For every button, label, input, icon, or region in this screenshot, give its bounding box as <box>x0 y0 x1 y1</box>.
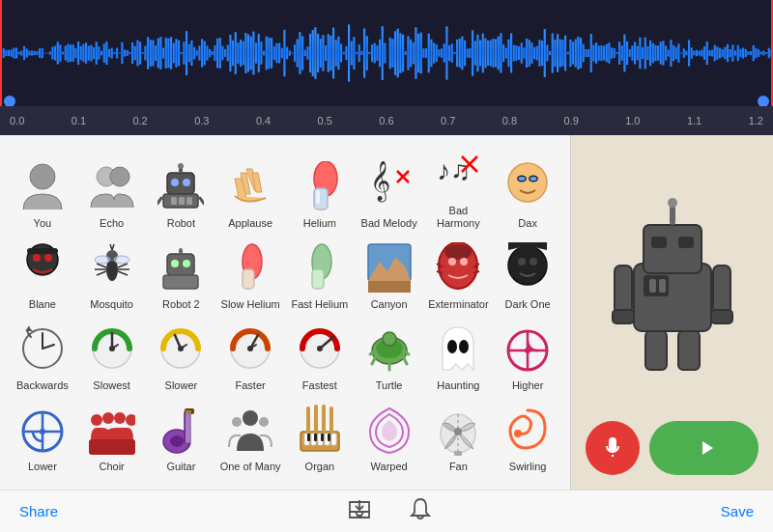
record-button[interactable] <box>586 421 640 475</box>
timeline-markers: 0.0 0.1 0.2 0.3 0.4 0.5 0.6 0.7 0.8 0.9 … <box>10 115 763 126</box>
effect-mosquito-label: Mosquito <box>90 298 133 311</box>
effect-helium-label: Helium <box>303 217 336 230</box>
effect-choir[interactable]: Choir <box>79 400 145 477</box>
share-label: Share <box>19 503 58 519</box>
effect-fastest[interactable]: Fastest <box>287 319 353 396</box>
svg-point-4 <box>171 179 179 186</box>
share-button[interactable]: Share <box>19 503 58 519</box>
play-icon <box>695 436 718 460</box>
save-label: Save <box>721 503 754 519</box>
svg-point-102 <box>114 412 126 424</box>
svg-text:𝄞: 𝄞 <box>370 161 390 203</box>
svg-rect-49 <box>179 248 183 254</box>
svg-line-13 <box>200 198 204 204</box>
effect-bad-melody[interactable]: 𝄞 Bad Melody <box>357 145 422 234</box>
effect-haunting[interactable]: Haunting <box>426 319 492 396</box>
main-content: You Echo <box>0 135 773 490</box>
save-button[interactable]: Save <box>721 503 754 519</box>
effect-organ[interactable]: Organ <box>287 400 353 477</box>
effects-panel: You Echo <box>0 135 570 490</box>
effect-blane[interactable]: Blane <box>10 238 75 315</box>
effect-fan[interactable]: Fan <box>426 400 492 477</box>
svg-point-99 <box>40 429 45 434</box>
effect-exterminator[interactable]: Exterminator <box>426 238 492 315</box>
svg-point-68 <box>518 258 526 266</box>
effect-echo[interactable]: Echo <box>79 145 145 234</box>
effect-dark-one[interactable]: Dark One <box>495 238 560 315</box>
microphone-icon <box>601 436 624 460</box>
svg-line-44 <box>112 244 114 250</box>
effect-fast-helium[interactable]: Fast Helium <box>287 238 353 315</box>
svg-point-2 <box>110 167 129 186</box>
effect-higher[interactable]: Higher <box>495 319 560 396</box>
effect-exterminator-label: Exterminator <box>428 298 488 311</box>
svg-rect-58 <box>368 281 411 293</box>
effect-lower[interactable]: Lower <box>10 400 75 477</box>
svg-rect-148 <box>678 331 700 370</box>
effect-slow-helium-label: Slow Helium <box>221 298 280 311</box>
svg-point-69 <box>530 258 537 266</box>
controls-row <box>586 421 759 475</box>
effect-slower[interactable]: Slower <box>149 319 215 396</box>
effect-dark-one-label: Dark One <box>505 298 551 311</box>
svg-point-0 <box>30 164 55 189</box>
play-button[interactable] <box>649 421 759 475</box>
effect-robot[interactable]: Robot <box>149 145 215 234</box>
svg-line-12 <box>157 198 161 204</box>
svg-point-31 <box>44 254 52 262</box>
svg-point-62 <box>460 258 468 266</box>
effect-backwards-label: Backwards <box>16 379 69 392</box>
svg-rect-32 <box>27 248 58 254</box>
effect-applause-label: Applause <box>228 217 272 230</box>
effect-organ-label: Organ <box>305 461 335 473</box>
effect-haunting-label: Haunting <box>437 379 479 392</box>
svg-point-60 <box>444 244 472 260</box>
svg-point-47 <box>183 260 190 267</box>
svg-point-114 <box>259 417 269 427</box>
effect-you[interactable]: You <box>10 145 75 234</box>
effect-robot-label: Robot <box>167 217 195 230</box>
effect-applause[interactable]: Applause <box>217 145 283 234</box>
effect-helium[interactable]: Helium <box>287 145 353 234</box>
effect-slowest[interactable]: Slowest <box>79 319 145 396</box>
effect-swirling[interactable]: Swirling <box>495 400 560 477</box>
svg-point-106 <box>170 435 184 447</box>
svg-rect-141 <box>649 279 656 293</box>
effect-dax-label: Dax <box>518 217 537 230</box>
svg-rect-108 <box>185 408 194 414</box>
effect-warped[interactable]: Warped <box>357 400 422 477</box>
effect-turtle[interactable]: Turtle <box>357 319 422 396</box>
effect-dax[interactable]: Dax <box>495 145 560 234</box>
effect-robot2[interactable]: Robot 2 <box>149 238 215 315</box>
effect-swirling-label: Swirling <box>509 461 547 473</box>
waveform-display <box>0 0 773 106</box>
svg-line-85 <box>372 356 376 364</box>
svg-point-27 <box>519 177 526 181</box>
effect-backwards[interactable]: Backwards <box>10 319 75 396</box>
effect-mosquito[interactable]: Mosquito <box>79 238 145 315</box>
effect-bad-melody-label: Bad Melody <box>361 217 417 230</box>
effect-guitar[interactable]: Guitar <box>149 400 215 477</box>
svg-point-91 <box>459 340 469 353</box>
effect-one-of-many[interactable]: One of Many <box>217 400 283 477</box>
svg-point-46 <box>171 260 179 267</box>
effect-guitar-label: Guitar <box>166 461 195 473</box>
timeline: 0.0 0.1 0.2 0.3 0.4 0.5 0.6 0.7 0.8 0.9 … <box>0 106 773 135</box>
effect-turtle-label: Turtle <box>376 379 403 392</box>
svg-rect-132 <box>454 451 462 456</box>
effect-bad-harmony[interactable]: ♪♫ Bad Harmony <box>426 145 492 234</box>
inbox-button[interactable] <box>348 497 371 525</box>
effect-fast-helium-label: Fast Helium <box>292 298 349 311</box>
svg-line-37 <box>97 271 106 275</box>
notification-button[interactable] <box>410 497 431 525</box>
svg-rect-146 <box>711 310 732 323</box>
effect-faster[interactable]: Faster <box>217 319 283 396</box>
effect-higher-label: Higher <box>512 379 543 392</box>
svg-rect-145 <box>613 310 634 323</box>
effect-canyon[interactable]: Canyon <box>357 238 422 315</box>
svg-rect-9 <box>186 197 192 205</box>
effect-slow-helium[interactable]: Slow Helium <box>217 238 283 315</box>
svg-rect-135 <box>644 225 701 273</box>
svg-line-72 <box>43 345 54 349</box>
svg-rect-48 <box>163 275 198 289</box>
